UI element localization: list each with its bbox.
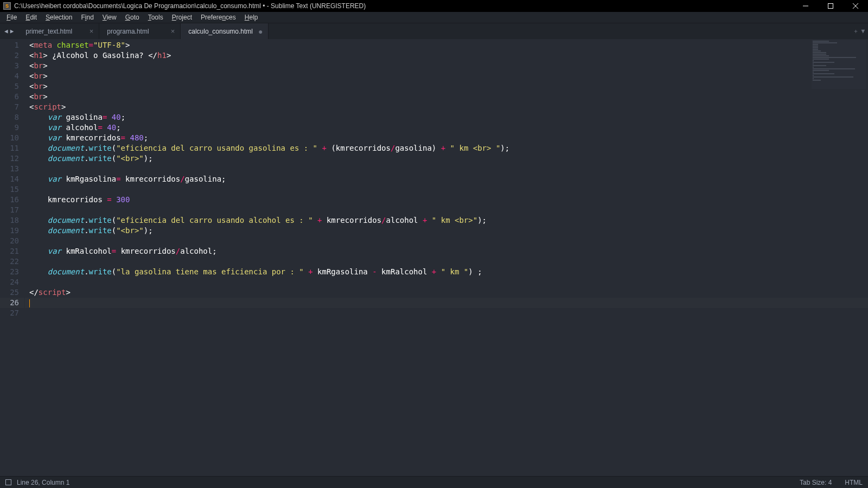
tab-label: primer_text.html: [25, 28, 72, 35]
close-icon: [853, 3, 858, 9]
code-area[interactable]: <meta charset="UTF-8"><h1> ¿Alcohol o Ga…: [25, 39, 868, 476]
tab-dirty-icon: ●: [253, 28, 263, 35]
window-title: C:\Users\heibert cordoba\Documents\Logic…: [14, 2, 366, 10]
menu-goto[interactable]: Goto: [121, 12, 144, 23]
minimize-button[interactable]: [793, 0, 818, 12]
editor[interactable]: 1234567891011121314151617181920212223242…: [0, 39, 868, 476]
maximize-button[interactable]: [818, 0, 843, 12]
close-button[interactable]: [843, 0, 868, 12]
menu-project[interactable]: Project: [168, 12, 196, 23]
menu-file[interactable]: File: [2, 12, 21, 23]
menu-help[interactable]: Help: [240, 12, 263, 23]
menu-preferences[interactable]: Preferences: [196, 12, 240, 23]
tabbar: ◀ ▶ primer_text.html × programa.html × c…: [0, 23, 868, 39]
tab-size-indicator[interactable]: Tab Size: 4: [800, 479, 832, 486]
cursor-position[interactable]: Line 26, Column 1: [17, 479, 69, 486]
statusbar: Line 26, Column 1 Tab Size: 4 HTML: [0, 476, 868, 488]
new-tab-button[interactable]: ＋: [853, 27, 859, 35]
panel-switcher-icon[interactable]: [5, 479, 11, 485]
menu-find[interactable]: Find: [76, 12, 98, 23]
menu-tools[interactable]: Tools: [144, 12, 168, 23]
minimize-icon: [803, 3, 808, 9]
svg-rect-1: [828, 4, 833, 9]
menu-view[interactable]: View: [98, 12, 121, 23]
line-number-gutter: 1234567891011121314151617181920212223242…: [0, 39, 25, 476]
tab-label: programa.html: [107, 28, 149, 35]
syntax-indicator[interactable]: HTML: [845, 479, 863, 486]
nav-forward-icon[interactable]: ▶: [9, 28, 15, 35]
tab-close-icon[interactable]: ×: [165, 27, 175, 35]
app-icon: S: [3, 2, 11, 10]
window-titlebar: S C:\Users\heibert cordoba\Documents\Log…: [0, 0, 868, 12]
menubar: File Edit Selection Find View Goto Tools…: [0, 12, 868, 23]
maximize-icon: [828, 3, 833, 9]
tab-calculo-consumo[interactable]: calculo_consumo.html ●: [181, 23, 269, 39]
tab-programa[interactable]: programa.html ×: [99, 23, 181, 39]
nav-back-icon[interactable]: ◀: [3, 28, 9, 35]
menu-selection[interactable]: Selection: [41, 12, 76, 23]
tab-primer-text[interactable]: primer_text.html ×: [18, 23, 99, 39]
minimap[interactable]: [812, 40, 866, 89]
menu-edit[interactable]: Edit: [21, 12, 41, 23]
tab-close-icon[interactable]: ×: [84, 27, 94, 35]
tab-history-nav[interactable]: ◀ ▶: [0, 23, 18, 39]
tab-label: calculo_consumo.html: [188, 28, 253, 35]
tab-dropdown-icon[interactable]: ▼: [861, 28, 865, 35]
